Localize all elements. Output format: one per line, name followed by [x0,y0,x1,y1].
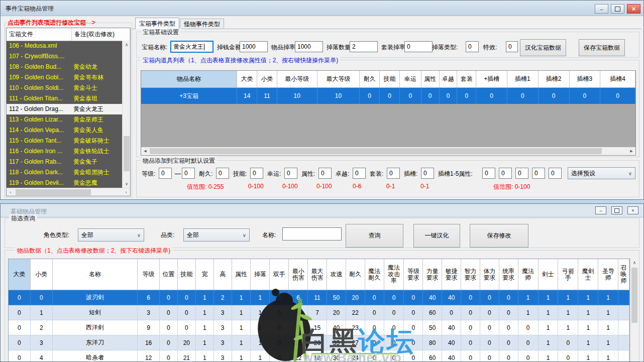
cell[interactable]: 1 [598,350,618,362]
cell[interactable]: 1 [578,350,598,362]
name-input[interactable] [282,227,342,240]
column-header[interactable]: 属性 [421,71,440,88]
cell[interactable]: 0 [160,320,178,335]
cell[interactable]: 0 [570,88,601,104]
column-header[interactable]: 小类 [31,259,53,290]
slot-attr-input[interactable]: 0 [482,168,495,179]
cell[interactable]: 80 [423,335,442,350]
cell[interactable]: 1 [196,290,214,305]
column-header[interactable]: 大类 [237,71,257,88]
scroll-up-icon[interactable]: ∧ [123,41,131,49]
cell[interactable]: 15 [308,320,327,335]
cell[interactable]: 0 [384,335,404,350]
file-list-row[interactable]: 110 - Golden Soldi...黄金斗士 [7,83,130,93]
cell[interactable]: 0 [400,88,421,104]
cell[interactable] [618,335,629,350]
file-list-row[interactable]: 116 - Golden Iron ...黄金铁轮战士 [7,146,130,157]
column-header[interactable]: 插槽1 [507,71,539,88]
cell[interactable]: 12 [138,350,160,362]
cell[interactable]: 1 [598,305,618,320]
column-header[interactable]: 卓越 [440,71,458,88]
cell[interactable]: 1 [251,305,270,320]
column-header[interactable]: 插槽2 [539,71,570,88]
cell[interactable]: 0 [9,305,31,320]
file-list-row[interactable]: 117 - Golden Rab...黄金兔子 [7,157,130,167]
cell[interactable]: 11 [308,290,327,305]
cell[interactable]: 18 [308,350,327,362]
cell[interactable]: 0 [270,320,289,335]
scroll-down-icon[interactable]: ∨ [123,180,131,188]
cell[interactable]: 0 [404,290,423,305]
cell[interactable]: 1 [251,290,270,305]
slot-attr-input[interactable]: 0 [549,168,562,179]
category-select[interactable]: 全部 ∨ [183,228,250,242]
field-input[interactable]: 1000 [295,41,323,52]
cell[interactable]: 0 [499,305,518,320]
cell[interactable]: 0 [499,290,518,305]
file-list-row[interactable]: 112 - Golden Drag...黄金火龙王 [7,104,130,114]
cell[interactable]: 16 [289,335,308,350]
scroll-up-icon[interactable]: ∧ [630,259,638,267]
tab-chest-event[interactable]: 宝箱事件类型 [135,18,179,29]
cell[interactable]: 0 [270,335,289,350]
cell[interactable]: 2 [31,320,53,335]
cell[interactable]: 0 [461,350,480,362]
cell[interactable]: 26 [308,335,327,350]
cell[interactable]: 0 [365,305,384,320]
role-type-select[interactable]: 全部 ∨ [78,228,144,242]
cell[interactable]: 10 [277,88,317,104]
titlebar[interactable]: 事件宝箱物品管理 – × [1,1,643,16]
cell[interactable]: 0 [480,305,499,320]
cell[interactable]: 27 [346,335,365,350]
cell[interactable]: 0 [178,290,196,305]
scroll-thumb[interactable] [631,268,637,323]
cell[interactable]: 3 [31,335,53,350]
cell[interactable]: 0 [499,320,518,335]
file-list-row[interactable]: 118 - Golden Dark...黄金暗黑骑士 [7,167,130,178]
cell[interactable]: 0 [178,320,196,335]
column-header[interactable]: 大类 [9,259,31,290]
column-header[interactable]: 最小等级 [277,71,317,88]
cell[interactable]: 0 [9,335,31,350]
cell[interactable]: 0 [442,305,461,320]
minimize-button[interactable]: – [595,4,608,14]
list-vertical-scrollbar[interactable]: ∧ ∨ [122,41,130,188]
cell[interactable]: 30 [327,350,346,362]
cell[interactable]: 0 [404,305,423,320]
list-header-file[interactable]: 宝箱文件 [7,28,72,41]
cell[interactable]: 0 [31,290,53,305]
table-row[interactable]: 04暗杀者120211311012183024000604000001011 [9,350,629,362]
field-input[interactable]: 0 [404,41,433,52]
cell[interactable]: 1 [539,305,559,320]
cell[interactable]: 0 [480,335,499,350]
table-horizontal-scrollbar[interactable]: ◀ ▶ [141,147,635,155]
cell[interactable]: 0 [499,350,518,362]
file-list-row[interactable]: 119 - Golden Devil...黄金恶魔 [7,178,130,188]
column-header[interactable]: 幸运 [400,71,421,88]
cell[interactable]: 1 [196,335,214,350]
minimize-button[interactable]: – [595,206,606,214]
column-header[interactable]: 小类 [257,71,277,88]
field-input[interactable]: 0 [466,41,479,52]
cell[interactable]: 西洋剑 [53,320,138,335]
field-input[interactable]: 1000 [240,41,268,52]
scroll-left-icon[interactable]: ‹ [7,188,15,196]
cell[interactable]: +3宝箱 [141,88,237,104]
cell[interactable]: 0 [384,320,404,335]
cell[interactable]: 0 [461,320,480,335]
slot-attr-input[interactable]: 0 [532,168,545,179]
cell[interactable] [618,290,629,305]
cell[interactable]: 1 [232,290,251,305]
cell[interactable]: 1 [539,320,559,335]
column-header[interactable]: 敏捷 要求 [442,259,461,290]
localize-chest-data-button[interactable]: 汉化宝箱数据 [520,39,566,56]
column-header[interactable]: 魔法 耐久 [365,259,384,290]
cell[interactable]: 60 [423,350,442,362]
cell[interactable]: 0 [404,320,423,335]
cell[interactable]: 1 [558,290,578,305]
column-header[interactable]: 技能 [178,259,196,290]
cell[interactable]: 3 [138,305,160,320]
column-header[interactable]: 插槽3 [570,71,601,88]
cell[interactable]: 3 [214,350,232,362]
column-header[interactable]: 等级 要求 [404,259,423,290]
